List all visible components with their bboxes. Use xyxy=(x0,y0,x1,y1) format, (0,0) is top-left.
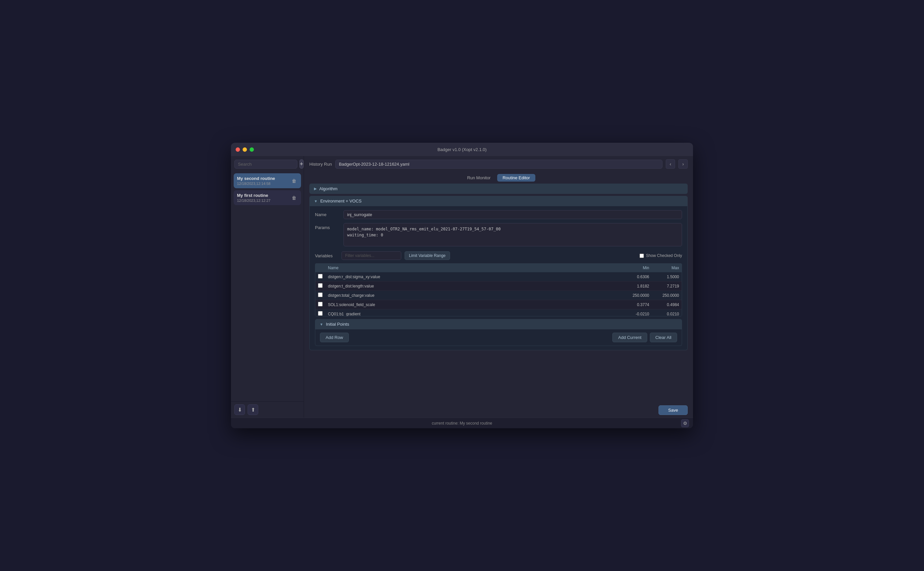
initial-points-body: Add Row Add Current Clear All xyxy=(315,329,682,346)
routine-item-name: My first routine xyxy=(237,193,271,198)
environment-section-header[interactable]: ▼ Environment + VOCS xyxy=(310,196,688,206)
variable-min-input[interactable] xyxy=(626,302,649,307)
editor-panel: ▶ Algorithm ▼ Environment + VOCS Name in… xyxy=(304,184,693,403)
traffic-lights xyxy=(236,147,254,152)
status-bar: current routine: My second routine ⚙ xyxy=(231,418,693,428)
window-title: Badger v1.0 (Xopt v2.1.0) xyxy=(437,147,487,152)
params-label: Params xyxy=(315,223,338,230)
main-layout: + My second routine 12/18/2023,12:14:58 … xyxy=(231,156,693,418)
initial-points-title: Initial Points xyxy=(326,322,349,327)
status-text: current routine: My second routine xyxy=(432,421,492,426)
variable-name: distgen:total_charge:value xyxy=(325,291,622,300)
bottom-bar: Save xyxy=(304,403,693,418)
history-prev-button[interactable]: ‹ xyxy=(666,159,675,169)
params-row: Params model_name: model_OTR2_NA_rms_emi… xyxy=(315,223,682,247)
algorithm-chevron-icon: ▶ xyxy=(314,187,317,191)
variable-checkbox[interactable] xyxy=(318,311,323,316)
col-min-header: Min xyxy=(622,264,652,272)
export-button[interactable]: ⬆ xyxy=(248,404,258,415)
minimize-button[interactable] xyxy=(243,147,247,152)
history-next-button[interactable]: › xyxy=(678,159,688,169)
environment-chevron-icon: ▼ xyxy=(314,199,318,203)
tab-routine-editor[interactable]: Routine Editor xyxy=(497,174,535,182)
show-checked-only-text: Show Checked Only xyxy=(646,253,682,258)
history-run-label: History Run xyxy=(310,162,332,167)
sidebar-bottom: ⬇ ⬆ xyxy=(231,401,304,418)
variable-name: CQ01:b1_gradient xyxy=(325,309,622,317)
variable-min-input[interactable] xyxy=(626,284,649,289)
variable-checkbox[interactable] xyxy=(318,274,323,279)
show-checked-only-checkbox[interactable] xyxy=(639,254,644,258)
algorithm-section-header[interactable]: ▶ Algorithm xyxy=(310,184,688,194)
delete-routine-button[interactable]: 🗑 xyxy=(290,194,298,201)
name-row: Name inj_surrogate xyxy=(315,210,682,219)
tab-bar: Run Monitor Routine Editor xyxy=(304,172,693,184)
algorithm-section-title: Algorithm xyxy=(319,186,337,191)
title-bar: Badger v1.0 (Xopt v2.1.0) xyxy=(231,143,693,156)
variable-name: distgen:t_dist:length:value xyxy=(325,281,622,291)
variable-max-input[interactable] xyxy=(656,275,679,279)
variable-checkbox[interactable] xyxy=(318,302,323,306)
variable-max-input[interactable] xyxy=(656,293,679,298)
table-row: SOL1:solenoid_field_scale xyxy=(315,300,682,309)
variable-min-input[interactable] xyxy=(626,293,649,298)
initial-points-chevron-icon: ▼ xyxy=(320,323,323,326)
add-row-button[interactable]: Add Row xyxy=(320,333,349,342)
settings-button[interactable]: ⚙ xyxy=(681,419,689,427)
variables-table-wrapper: Name Min Max distgen:r_dist:sigma_xy:val… xyxy=(315,263,682,316)
delete-routine-button[interactable]: 🗑 xyxy=(290,177,298,184)
col-max-header: Max xyxy=(652,264,682,272)
table-row: distgen:r_dist:sigma_xy:value xyxy=(315,272,682,281)
col-name-header: Name xyxy=(325,264,622,272)
variables-filter-row: Variables Limit Variable Range Show Chec… xyxy=(315,251,682,260)
variable-checkbox[interactable] xyxy=(318,283,323,288)
col-checkbox xyxy=(315,264,325,272)
clear-all-button[interactable]: Clear All xyxy=(650,333,677,342)
routine-list: My second routine 12/18/2023,12:14:58 🗑 … xyxy=(231,172,304,401)
close-button[interactable] xyxy=(236,147,240,152)
routine-item-date: 12/18/2023,12:12:27 xyxy=(237,199,271,202)
variable-max-input[interactable] xyxy=(656,284,679,289)
filter-variables-input[interactable] xyxy=(342,251,401,260)
initial-points-actions: Add Row Add Current Clear All xyxy=(320,333,677,342)
routine-item[interactable]: My second routine 12/18/2023,12:14:58 🗑 xyxy=(234,173,301,188)
variable-max-input[interactable] xyxy=(656,312,679,316)
show-checked-only-label: Show Checked Only xyxy=(639,253,682,258)
table-row: distgen:total_charge:value xyxy=(315,291,682,300)
maximize-button[interactable] xyxy=(249,147,254,152)
environment-section-title: Environment + VOCS xyxy=(320,199,362,204)
tab-run-monitor[interactable]: Run Monitor xyxy=(462,174,496,182)
variables-label: Variables xyxy=(315,253,338,258)
name-label: Name xyxy=(315,210,338,217)
routine-item-date: 12/18/2023,12:14:58 xyxy=(237,182,275,185)
environment-section-body: Name inj_surrogate Params model_name: mo… xyxy=(310,206,688,350)
variable-min-input[interactable] xyxy=(626,312,649,316)
add-current-button[interactable]: Add Current xyxy=(612,333,647,342)
initial-points-header[interactable]: ▼ Initial Points xyxy=(315,319,682,329)
content-area: History Run BadgerOpt-2023-12-18-121624.… xyxy=(304,156,693,418)
routine-item-name: My second routine xyxy=(237,176,275,181)
sidebar: + My second routine 12/18/2023,12:14:58 … xyxy=(231,156,304,418)
import-button[interactable]: ⬇ xyxy=(234,404,245,415)
params-textarea[interactable]: model_name: model_OTR2_NA_rms_emit_elu_2… xyxy=(343,223,682,246)
add-routine-button[interactable]: + xyxy=(299,159,304,169)
variable-checkbox[interactable] xyxy=(318,292,323,297)
table-row: CQ01:b1_gradient xyxy=(315,309,682,317)
table-row: distgen:t_dist:length:value xyxy=(315,281,682,291)
variable-max-input[interactable] xyxy=(656,302,679,307)
app-window: Badger v1.0 (Xopt v2.1.0) + My second ro… xyxy=(231,143,693,428)
search-input[interactable] xyxy=(234,160,297,169)
variable-min-input[interactable] xyxy=(626,275,649,279)
history-run-select[interactable]: BadgerOpt-2023-12-18-121624.yaml xyxy=(335,160,662,169)
variables-table: Name Min Max distgen:r_dist:sigma_xy:val… xyxy=(315,264,682,316)
routine-item[interactable]: My first routine 12/18/2023,12:12:27 🗑 xyxy=(234,190,301,205)
history-run-bar: History Run BadgerOpt-2023-12-18-121624.… xyxy=(304,156,693,172)
variable-name: distgen:r_dist:sigma_xy:value xyxy=(325,272,622,281)
sidebar-search-row: + xyxy=(231,156,304,172)
save-button[interactable]: Save xyxy=(659,405,688,415)
limit-variable-range-button[interactable]: Limit Variable Range xyxy=(405,251,450,260)
variable-name: SOL1:solenoid_field_scale xyxy=(325,300,622,309)
name-select[interactable]: inj_surrogate xyxy=(343,210,682,219)
